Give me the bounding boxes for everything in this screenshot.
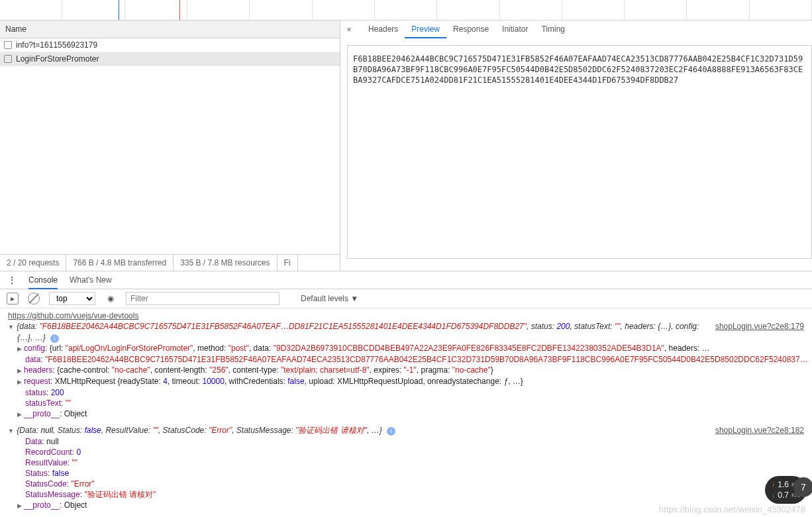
console-toolbar: ▸ top Default levels ▼ — [0, 289, 812, 308]
source-link[interactable]: shopLogin.vue?c2e8:179 — [715, 321, 804, 332]
expand-icon[interactable] — [17, 365, 24, 376]
watermark: https://blog.csdn.net/weixin_45302478 — [659, 504, 805, 514]
info-icon[interactable]: i — [50, 334, 59, 343]
context-select[interactable]: top — [49, 292, 95, 305]
network-status-bar: 2 / 20 requests 766 B / 4.8 MB transferr… — [0, 255, 340, 271]
status-count: 2 / 20 requests — [0, 255, 66, 271]
badge-circle: 7 — [793, 477, 812, 497]
status-resources: 335 B / 7.8 MB resources — [174, 255, 277, 271]
object-summary[interactable]: {Data: null, Status: false, ResultValue:… — [17, 426, 381, 435]
expand-icon[interactable] — [17, 376, 24, 387]
tab-timing[interactable]: Timing — [534, 21, 572, 38]
request-detail-pane: × Headers Preview Response Initiator Tim… — [340, 21, 812, 271]
expand-icon[interactable] — [17, 408, 24, 420]
detail-tabs: × Headers Preview Response Initiator Tim… — [340, 21, 812, 38]
kebab-icon[interactable]: ⋮ — [8, 275, 17, 285]
request-row[interactable]: LoginForStorePromoter — [0, 52, 340, 66]
status-transferred: 766 B / 4.8 MB transferred — [66, 255, 174, 271]
checkbox-icon[interactable] — [4, 55, 12, 63]
request-list-pane: Name info?t=1611556923179 LoginForStoreP… — [0, 21, 340, 271]
source-link[interactable]: shopLogin.vue?c2e8:182 — [715, 425, 804, 436]
drawer-tabs: ⋮ Console What's New — [0, 271, 812, 289]
console-output[interactable]: https://github.com/vuejs/vue-devtools sh… — [0, 308, 812, 517]
info-icon[interactable]: i — [387, 427, 395, 436]
request-name: info?t=1611556923179 — [16, 40, 97, 50]
devtools-link[interactable]: https://github.com/vuejs/vue-devtools — [8, 311, 138, 320]
close-icon[interactable]: × — [344, 25, 354, 34]
tab-preview[interactable]: Preview — [405, 21, 446, 38]
arrow-up-icon: ↑ — [772, 481, 775, 489]
tab-initiator[interactable]: Initiator — [495, 21, 534, 38]
timeline-marker-blue — [119, 0, 119, 20]
network-panel: Name info?t=1611556923179 LoginForStoreP… — [0, 21, 812, 271]
timeline-ruler[interactable] — [0, 0, 812, 21]
expand-icon[interactable] — [17, 343, 24, 354]
expand-icon[interactable] — [8, 321, 15, 332]
sidebar-toggle-icon[interactable]: ▸ — [7, 293, 19, 305]
tab-response[interactable]: Response — [446, 21, 495, 38]
tab-whatsnew[interactable]: What's New — [70, 271, 112, 289]
tab-console[interactable]: Console — [28, 271, 58, 289]
object-summary[interactable]: {data: "F6B18BEE20462A44BCBC9C716575D471… — [17, 322, 699, 331]
request-list-header[interactable]: Name — [0, 21, 340, 38]
expand-icon[interactable] — [17, 500, 24, 511]
tab-headers[interactable]: Headers — [362, 21, 405, 38]
status-extra: Fi — [278, 255, 298, 271]
expand-icon[interactable] — [8, 425, 15, 436]
network-speed-badge: ↑1.6K/s ↓0.7K/s 7 — [765, 476, 807, 504]
timeline-marker-red — [179, 0, 180, 20]
checkbox-icon[interactable] — [4, 41, 12, 49]
request-row[interactable]: info?t=1611556923179 — [0, 38, 340, 52]
request-list: info?t=1611556923179 LoginForStorePromot… — [0, 38, 340, 255]
live-expression-icon[interactable] — [105, 293, 117, 305]
log-level-select[interactable]: Default levels ▼ — [301, 294, 358, 303]
arrow-down-icon: ↓ — [772, 492, 775, 499]
request-name: LoginForStorePromoter — [16, 54, 99, 64]
preview-content[interactable]: F6B18BEE20462A44BCBC9C716575D471E31FB585… — [347, 45, 812, 259]
filter-input[interactable] — [126, 292, 279, 305]
clear-console-icon[interactable] — [28, 293, 40, 305]
